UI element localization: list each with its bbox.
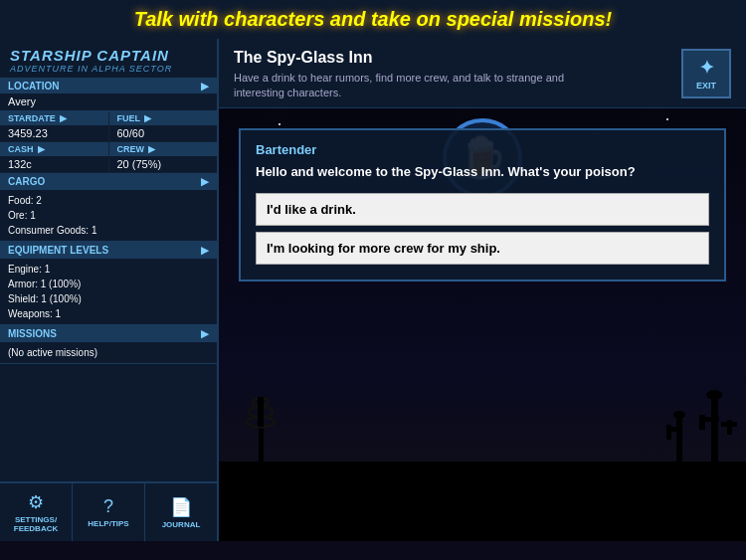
settings-feedback-button[interactable]: ⚙ SETTINGS/FEEDBACK	[0, 483, 73, 541]
scene-area: 🍺 Bartender Hello and welcome to the Spy…	[219, 108, 746, 541]
location-value: Avery	[0, 93, 217, 110]
stardate-arrow: ▶	[60, 113, 67, 123]
location-label: LOCATION	[8, 81, 59, 92]
equipment-item-3: Weapons: 1	[8, 306, 209, 321]
missions-content: (No active missions)	[0, 342, 217, 363]
location-header[interactable]: LOCATION ▶	[0, 79, 217, 93]
svg-rect-7	[666, 425, 671, 440]
cash-crew-row: CASH ▶ 132c CREW ▶ 20 (75%)	[0, 142, 217, 173]
fuel-value: 60/60	[109, 125, 218, 141]
dialog-box: Bartender Hello and welcome to the Spy-G…	[239, 128, 726, 281]
equipment-arrow: ▶	[201, 245, 209, 256]
equipment-item-0: Engine: 1	[8, 262, 209, 277]
cash-arrow: ▶	[38, 144, 45, 154]
sidebar-section-cargo: CARGO ▶ Food: 2 Ore: 1 Consumer Goods: 1	[0, 173, 217, 242]
star-5	[666, 118, 668, 120]
equipment-header[interactable]: EQUIPMENT LEVELS ▶	[0, 242, 217, 259]
missions-arrow: ▶	[201, 328, 209, 339]
equipment-content: Engine: 1 Armor: 1 (100%) Shield: 1 (100…	[0, 259, 217, 324]
alien-plant-left	[234, 387, 288, 486]
dialog-option-0[interactable]: I'd like a drink.	[256, 193, 709, 226]
stardate-value: 3459.23	[0, 125, 108, 141]
journal-button[interactable]: 📄 JOURNAL	[145, 483, 217, 541]
cargo-header[interactable]: CARGO ▶	[0, 173, 217, 190]
character-name: Bartender	[256, 142, 709, 157]
svg-rect-4	[258, 397, 264, 427]
location-arrow: ▶	[201, 81, 209, 92]
missions-value: (No active missions)	[8, 345, 209, 360]
help-label: HELP/TIPS	[88, 519, 128, 528]
fuel-arrow: ▶	[144, 113, 151, 123]
settings-icon: ⚙	[28, 491, 44, 513]
svg-rect-12	[727, 420, 732, 435]
svg-rect-8	[711, 397, 718, 486]
settings-label: SETTINGS/FEEDBACK	[14, 515, 58, 533]
sidebar-header: STARSHIP CAPTAIN ADVENTURE IN ALPHA SECT…	[0, 39, 217, 79]
top-banner: Talk with characters and take on special…	[0, 0, 746, 39]
alien-plant-right	[661, 367, 741, 486]
fuel-label[interactable]: FUEL ▶	[109, 111, 218, 125]
dialog-text: Hello and welcome to the Spy-Glass Inn. …	[256, 163, 709, 181]
equipment-label: EQUIPMENT LEVELS	[8, 245, 108, 256]
cash-value: 132c	[0, 156, 108, 172]
sidebar-section-equipment: EQUIPMENT LEVELS ▶ Engine: 1 Armor: 1 (1…	[0, 242, 217, 325]
sidebar-subtitle: ADVENTURE IN ALPHA SECTOR	[10, 64, 207, 74]
missions-label: MISSIONS	[8, 328, 57, 339]
equipment-item-2: Shield: 1 (100%)	[8, 291, 209, 306]
equipment-item-1: Armor: 1 (100%)	[8, 277, 209, 291]
missions-header[interactable]: MISSIONS ▶	[0, 325, 217, 342]
exit-label: EXIT	[696, 81, 716, 91]
journal-label: JOURNAL	[162, 520, 201, 529]
sidebar-section-location: LOCATION ▶ Avery	[0, 79, 217, 111]
stardate-fuel-row: STARDATE ▶ 3459.23 FUEL ▶ 60/60	[0, 111, 217, 142]
content-header-left: The Spy-Glass Inn Have a drink to hear r…	[234, 49, 681, 101]
cargo-item-1: Ore: 1	[8, 208, 209, 223]
cargo-item-2: Consumer Goods: 1	[8, 223, 209, 238]
svg-point-13	[706, 390, 722, 400]
content-header: The Spy-Glass Inn Have a drink to hear r…	[219, 39, 746, 108]
sidebar-section-missions: MISSIONS ▶ (No active missions)	[0, 325, 217, 364]
location-description: Have a drink to hear rumors, find more c…	[234, 71, 592, 101]
help-tips-button[interactable]: ? HELP/TIPS	[73, 483, 145, 541]
journal-icon: 📄	[170, 496, 192, 518]
cash-label[interactable]: CASH ▶	[0, 142, 108, 156]
main-area: STARSHIP CAPTAIN ADVENTURE IN ALPHA SECT…	[0, 39, 746, 541]
content-area: The Spy-Glass Inn Have a drink to hear r…	[219, 39, 746, 541]
exit-button[interactable]: ✦ EXIT	[681, 49, 731, 98]
location-name: The Spy-Glass Inn	[234, 49, 681, 67]
help-icon: ?	[103, 496, 113, 517]
star-1	[279, 123, 280, 125]
sidebar-title: STARSHIP CAPTAIN	[10, 47, 207, 64]
crew-label[interactable]: CREW ▶	[109, 142, 218, 156]
dialog-option-1[interactable]: I'm looking for more crew for my ship.	[256, 232, 709, 265]
cargo-item-0: Food: 2	[8, 193, 209, 208]
exit-icon: ✦	[699, 57, 714, 79]
stardate-label[interactable]: STARDATE ▶	[0, 111, 108, 125]
svg-rect-0	[259, 427, 264, 486]
banner-text: Talk with characters and take on special…	[134, 8, 613, 30]
svg-rect-10	[699, 415, 705, 430]
cargo-content: Food: 2 Ore: 1 Consumer Goods: 1	[0, 190, 217, 241]
sidebar: STARSHIP CAPTAIN ADVENTURE IN ALPHA SECT…	[0, 39, 219, 541]
cargo-arrow: ▶	[201, 176, 209, 187]
crew-value: 20 (75%)	[109, 156, 218, 172]
svg-point-14	[673, 411, 685, 419]
cargo-label: CARGO	[8, 176, 45, 187]
sidebar-bottom-buttons: ⚙ SETTINGS/FEEDBACK ? HELP/TIPS 📄 JOURNA…	[0, 481, 217, 541]
crew-arrow: ▶	[148, 144, 155, 154]
